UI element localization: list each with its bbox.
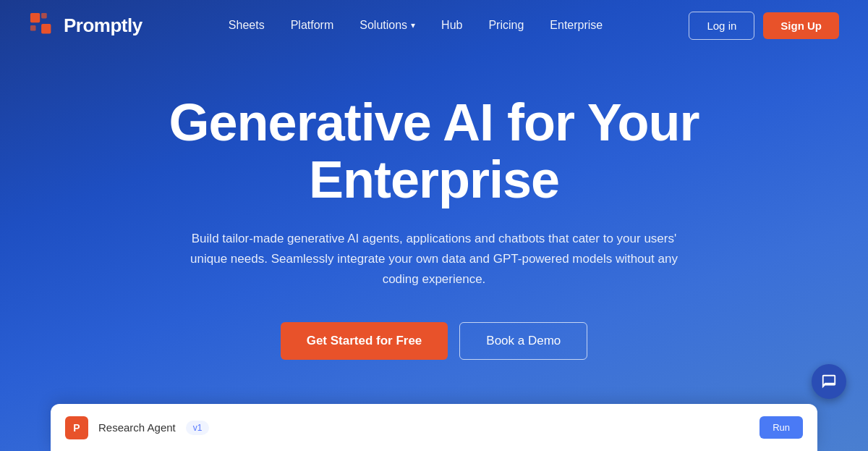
chat-widget-button[interactable] — [812, 364, 846, 399]
nav-item-hub[interactable]: Hub — [441, 19, 462, 32]
nav-item-platform[interactable]: Platform — [291, 19, 334, 32]
nav-actions: Log in Sign Up — [689, 12, 839, 40]
logo[interactable]: Promptly — [29, 12, 142, 39]
preview-app-name: Research Agent — [98, 421, 176, 434]
get-started-button[interactable]: Get Started for Free — [281, 322, 448, 360]
nav-links: Sheets Platform Solutions ▾ Hub Pricing … — [229, 19, 603, 32]
nav-link-hub[interactable]: Hub — [441, 19, 462, 32]
hero-title: Generative AI for Your Enterprise — [169, 94, 699, 208]
page-wrapper: Promptly Sheets Platform Solutions ▾ Hub… — [0, 0, 868, 451]
preview-actions: Run — [760, 416, 803, 439]
app-preview-bar: P Research Agent v1 Run — [51, 404, 817, 451]
nav-item-pricing[interactable]: Pricing — [488, 19, 524, 32]
preview-run-button[interactable]: Run — [760, 416, 803, 439]
logo-text: Promptly — [64, 14, 142, 37]
login-button[interactable]: Log in — [689, 12, 754, 40]
hero-section: Generative AI for Your Enterprise Build … — [0, 51, 868, 360]
preview-app-icon: P — [65, 416, 88, 439]
nav-link-sheets[interactable]: Sheets — [229, 19, 265, 32]
book-demo-button[interactable]: Book a Demo — [459, 322, 587, 360]
nav-link-enterprise[interactable]: Enterprise — [550, 19, 603, 32]
chat-icon — [821, 374, 837, 389]
nav-link-solutions[interactable]: Solutions ▾ — [359, 19, 415, 32]
logo-icon — [29, 12, 56, 39]
hero-buttons: Get Started for Free Book a Demo — [281, 322, 588, 360]
nav-item-sheets[interactable]: Sheets — [229, 19, 265, 32]
nav-link-platform[interactable]: Platform — [291, 19, 334, 32]
preview-badge: v1 — [186, 421, 210, 435]
hero-subtitle: Build tailor-made generative AI agents, … — [174, 229, 694, 290]
svg-rect-3 — [41, 24, 51, 33]
nav-item-enterprise[interactable]: Enterprise — [550, 19, 603, 32]
navbar: Promptly Sheets Platform Solutions ▾ Hub… — [0, 0, 868, 51]
chevron-down-icon: ▾ — [411, 20, 415, 30]
svg-rect-1 — [41, 13, 47, 19]
nav-link-pricing[interactable]: Pricing — [488, 19, 524, 32]
nav-item-solutions[interactable]: Solutions ▾ — [359, 19, 415, 32]
svg-rect-0 — [30, 13, 40, 22]
svg-rect-2 — [30, 25, 36, 31]
signup-button[interactable]: Sign Up — [763, 12, 839, 39]
